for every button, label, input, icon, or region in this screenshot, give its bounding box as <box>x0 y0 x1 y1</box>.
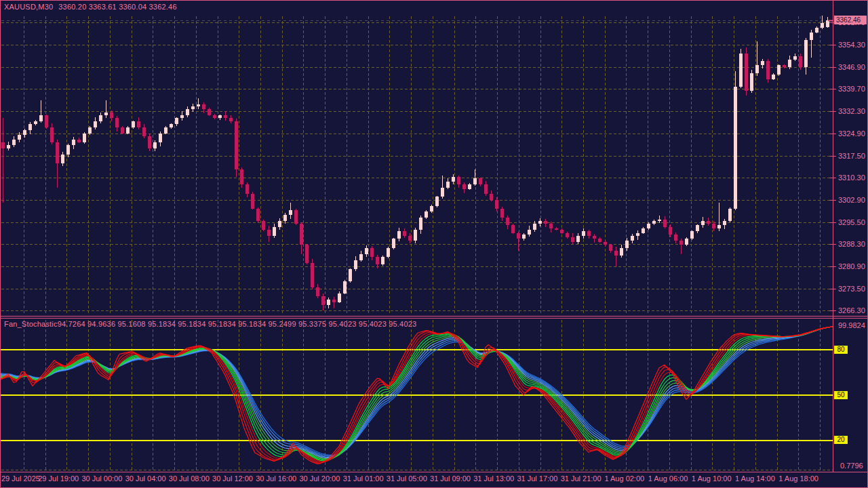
price-label: 3317.50 <box>838 152 865 160</box>
stochastic-line-7 <box>0 327 833 460</box>
price-axis-tick <box>833 156 836 157</box>
price-label: 3310.30 <box>838 174 865 182</box>
time-label: 1 Aug 06:00 <box>648 474 688 483</box>
price-axis-tick <box>833 45 836 45</box>
price-label: 3324.90 <box>838 129 865 138</box>
time-label: 29 Jul 2025 <box>1 474 40 483</box>
time-label: 31 Jul 13:00 <box>473 474 514 483</box>
indicator-name-label: Fan_Stochastic <box>4 320 58 328</box>
time-label: 30 Jul 20:00 <box>299 474 340 483</box>
level-badge-50: 50 <box>834 391 848 399</box>
time-label: 30 Jul 04:00 <box>125 474 166 483</box>
level-badge-20: 20 <box>834 436 848 444</box>
price-axis-tick <box>833 67 836 68</box>
price-axis-tick <box>833 111 836 112</box>
mt4-chart-window: XAUUSD,M303360.20 3363.61 3360.04 3362.4… <box>0 0 868 488</box>
stochastic-canvas[interactable] <box>0 319 833 472</box>
price-label: 3280.90 <box>838 262 865 270</box>
price-axis-tick <box>833 89 836 89</box>
indicator-panel[interactable] <box>0 319 833 472</box>
time-label: 30 Jul 16:00 <box>256 474 296 483</box>
price-label: 3332.30 <box>838 107 865 115</box>
time-label: 30 Jul 12:00 <box>212 474 253 483</box>
price-label: 3273.50 <box>838 285 865 293</box>
price-axis-tick <box>833 200 836 201</box>
time-label: 31 Jul 05:00 <box>387 474 427 483</box>
price-axis-tick <box>833 266 836 267</box>
time-label: 1 Aug 02:00 <box>604 474 644 483</box>
current-price-badge: 3362.46 <box>834 16 867 24</box>
main-chart-panel[interactable]: XAUUSD,M303360.20 3363.61 3360.04 3362.4… <box>0 0 833 316</box>
time-label: 31 Jul 01:00 <box>343 474 384 483</box>
time-label: 29 Jul 19:00 <box>38 474 79 483</box>
price-axis-tick <box>833 244 836 245</box>
price-label: 3266.30 <box>838 306 865 314</box>
chart-ohlc-values: 3360.20 3363.61 3360.04 3362.46 <box>58 3 176 11</box>
time-label: 31 Jul 09:00 <box>430 474 471 483</box>
time-label: 1 Aug 10:00 <box>692 474 732 483</box>
price-label: 3302.90 <box>838 196 865 204</box>
candlestick-canvas[interactable] <box>0 0 833 316</box>
grid-layer <box>1 16 833 313</box>
price-axis-tick <box>833 134 836 134</box>
time-label: 31 Jul 21:00 <box>561 474 601 483</box>
candles-layer <box>1 16 829 310</box>
panel-divider[interactable] <box>0 316 868 317</box>
time-label: 30 Jul 08:00 <box>169 474 210 483</box>
time-label: 31 Jul 17:00 <box>517 474 557 483</box>
level-badge-80: 80 <box>834 346 848 354</box>
price-label: 3288.30 <box>838 240 865 248</box>
indicator-values: 94.7264 94.9636 95.1608 95.1834 95.1834 … <box>58 320 417 328</box>
indicator-scale-max-label: 99.9824 <box>838 321 865 329</box>
price-axis-tick <box>833 222 836 223</box>
price-axis-tick <box>833 289 836 289</box>
price-label: 3339.70 <box>838 85 865 93</box>
window-frame-top <box>0 0 868 1</box>
time-label: 30 Jul 00:00 <box>81 474 122 483</box>
price-axis-tick <box>833 178 836 178</box>
indicator-scale-min-label: 0.7796 <box>840 462 863 470</box>
price-axis-tick <box>833 310 836 311</box>
panel-divider-line2[interactable] <box>0 318 868 319</box>
price-label: 3354.30 <box>838 41 865 49</box>
window-frame-left <box>0 0 1 488</box>
price-label: 3295.50 <box>838 218 865 226</box>
time-label: 1 Aug 14:00 <box>735 474 775 483</box>
time-axis[interactable]: 29 Jul 202529 Jul 19:0030 Jul 00:0030 Ju… <box>0 472 868 487</box>
chart-symbol-label: XAUUSD,M30 <box>4 3 53 11</box>
time-label: 1 Aug 18:00 <box>778 474 818 483</box>
price-label: 3346.90 <box>838 63 865 71</box>
indicator-title: Fan_Stochastic94.7264 94.9636 95.1608 95… <box>4 320 416 328</box>
price-axis[interactable]: 3266.303273.503280.903288.303295.503302.… <box>833 0 868 472</box>
stochastic-line-4 <box>0 327 833 462</box>
chart-title: XAUUSD,M303360.20 3363.61 3360.04 3362.4… <box>4 3 177 11</box>
